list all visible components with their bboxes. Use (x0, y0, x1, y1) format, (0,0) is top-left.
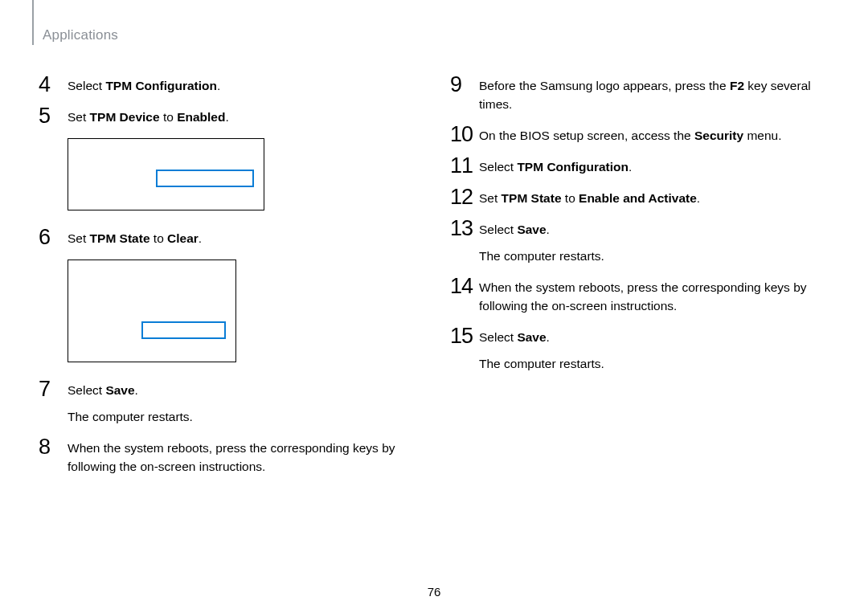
text: . (628, 160, 632, 174)
step-number: 11 (450, 155, 479, 177)
text: When the system reboots, press the corre… (68, 441, 395, 473)
bold: Clear (167, 231, 199, 245)
step-13: 13 Select Save. The computer restarts. (450, 219, 829, 266)
step-text: When the system reboots, press the corre… (479, 277, 829, 316)
text: Select (479, 330, 517, 344)
step-text: Set TPM State to Clear. (68, 228, 418, 248)
step-text: When the system reboots, press the corre… (68, 438, 418, 476)
step-text: Select TPM Configuration. (68, 76, 418, 96)
figure-highlight-field (156, 170, 254, 187)
step-number: 6 (39, 227, 68, 248)
step-14: 14 When the system reboots, press the co… (450, 277, 829, 316)
step-number: 10 (450, 124, 479, 145)
step-subtext: The computer restarts. (68, 408, 418, 427)
step-number: 14 (450, 276, 479, 297)
step-number: 9 (450, 74, 479, 96)
step-text: Set TPM State to Enable and Activate. (479, 188, 829, 208)
bold: Save (517, 330, 546, 344)
left-column: 4 Select TPM Configuration. 5 Set TPM De… (39, 76, 418, 488)
text: to (562, 191, 579, 205)
step-11: 11 Select TPM Configuration. (450, 157, 829, 177)
step-text: Select Save. The computer restarts. (68, 380, 418, 427)
step-10: 10 On the BIOS setup screen, access the … (450, 125, 829, 145)
text: When the system reboots, press the corre… (479, 280, 807, 313)
page: Applications 4 Select TPM Configuration.… (0, 0, 868, 613)
bold: TPM Configuration (105, 79, 217, 92)
text: . (135, 383, 138, 397)
section-title: Applications (43, 27, 829, 43)
right-column: 9 Before the Samsung logo appears, press… (450, 76, 829, 488)
step-text: Set TPM Device to Enabled. (68, 107, 418, 127)
step-subtext: The computer restarts. (479, 355, 829, 374)
text: . (547, 223, 550, 236)
text: Set (68, 110, 90, 124)
step-9: 9 Before the Samsung logo appears, press… (450, 76, 829, 114)
content-columns: 4 Select TPM Configuration. 5 Set TPM De… (39, 76, 829, 488)
step-12: 12 Set TPM State to Enable and Activate. (450, 188, 829, 208)
step-4: 4 Select TPM Configuration. (39, 76, 418, 96)
text: Select (479, 223, 517, 236)
page-number: 76 (0, 585, 868, 599)
header-rule (32, 0, 34, 45)
step-number: 12 (450, 186, 479, 208)
text: . (199, 231, 202, 245)
bold: Enabled (177, 110, 225, 124)
step-number: 15 (450, 325, 479, 347)
text: to (150, 231, 168, 245)
step-number: 8 (39, 436, 68, 458)
text: Set (479, 191, 502, 205)
text: . (225, 110, 228, 124)
text: Select (479, 160, 517, 174)
figure-tpm-device (68, 138, 264, 210)
step-text: Select TPM Configuration. (479, 157, 829, 177)
bold: F2 (730, 79, 744, 92)
step-subtext: The computer restarts. (479, 247, 829, 266)
step-8: 8 When the system reboots, press the cor… (39, 438, 418, 476)
bold: Enable and Activate (579, 191, 697, 205)
step-text: On the BIOS setup screen, access the Sec… (479, 125, 829, 145)
text: to (160, 110, 178, 124)
bold: TPM Device (90, 110, 160, 124)
text: . (217, 79, 220, 92)
step-number: 5 (39, 105, 68, 127)
step-7: 7 Select Save. The computer restarts. (39, 380, 418, 427)
text: Before the Samsung logo appears, press t… (479, 79, 730, 92)
bold: Security (694, 129, 743, 142)
text: On the BIOS setup screen, access the (479, 129, 694, 142)
step-text: Before the Samsung logo appears, press t… (479, 76, 829, 114)
step-text: Select Save. The computer restarts. (479, 327, 829, 374)
step-number: 4 (39, 74, 68, 96)
text: menu. (743, 129, 781, 142)
step-15: 15 Select Save. The computer restarts. (450, 327, 829, 374)
text: Select (68, 79, 105, 92)
text: . (547, 330, 550, 344)
text: Set (68, 231, 90, 245)
figure-highlight-field (141, 321, 226, 339)
step-text: Select Save. The computer restarts. (479, 219, 829, 266)
figure-tpm-state (68, 260, 236, 362)
text: Select (68, 383, 105, 397)
step-number: 13 (450, 218, 479, 239)
bold: TPM State (90, 231, 150, 245)
bold: Save (105, 383, 134, 397)
text: . (697, 191, 700, 205)
bold: TPM Configuration (517, 160, 628, 174)
bold: TPM State (502, 191, 562, 205)
bold: Save (517, 223, 546, 236)
step-5: 5 Set TPM Device to Enabled. (39, 107, 418, 127)
step-number: 7 (39, 378, 68, 400)
step-6: 6 Set TPM State to Clear. (39, 228, 418, 248)
